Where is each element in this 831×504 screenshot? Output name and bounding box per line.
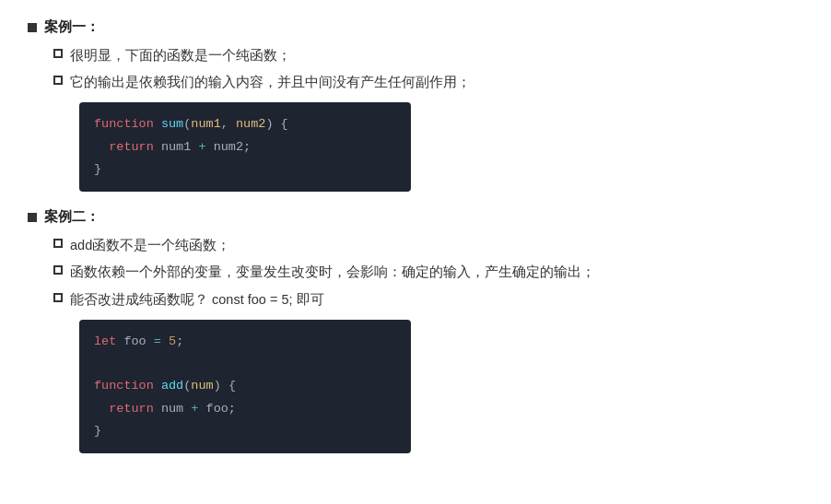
subsection-bullet-icon-3 [53,239,63,248]
code-line-2-3: function add(num) { [94,375,396,397]
case-one-section: 案例一： 很明显，下面的函数是一个纯函数； 它的输出是依赖我们的输入内容，并且中… [28,18,803,192]
case-two-item-3: 能否改进成纯函数呢？ const foo = 5; 即可 [53,289,803,311]
code-line-2-1: let foo = 5; [94,331,396,353]
case-one-item-2-text: 它的输出是依赖我们的输入内容，并且中间没有产生任何副作用； [70,72,471,93]
code-line-1-1: function sum(num1, num2) { [94,113,396,135]
case-two-item-3-text: 能否改进成纯函数呢？ const foo = 5; 即可 [70,289,324,311]
case-two-item-2: 函数依赖一个外部的变量，变量发生改变时，会影响：确定的输入，产生确定的输出； [53,262,803,283]
code-line-2-4: return num + foo; [94,398,396,420]
subsection-bullet-icon-5 [53,293,63,302]
case-two-subsection: add函数不是一个纯函数； 函数依赖一个外部的变量，变量发生改变时，会影响：确定… [53,235,803,453]
case-two-item-1-text: add函数不是一个纯函数； [70,235,230,256]
code-line-1-2: return num1 + num2; [94,136,396,158]
case-two-title-text: 案例二： [44,208,99,226]
code-line-2-2 [94,353,396,375]
case-one-subsection: 很明显，下面的函数是一个纯函数； 它的输出是依赖我们的输入内容，并且中间没有产生… [53,45,803,192]
subsection-bullet-icon-4 [53,265,63,275]
code-line-1-3: } [94,158,396,181]
subsection-bullet-icon-1 [53,49,63,58]
case-two-item-2-text: 函数依赖一个外部的变量，变量发生改变时，会影响：确定的输入，产生确定的输出； [70,262,595,283]
subsection-bullet-icon-2 [53,76,63,85]
case-one-item-1: 很明显，下面的函数是一个纯函数； [53,45,803,66]
code-block-1: function sum(num1, num2) { return num1 +… [79,102,411,192]
code-block-2: let foo = 5; function add(num) { return … [79,320,411,453]
code-line-2-5: } [94,420,396,442]
case-two-title: 案例二： [28,208,803,226]
case-one-item-1-text: 很明显，下面的函数是一个纯函数； [70,45,291,66]
case-two-item-1: add函数不是一个纯函数； [53,235,803,256]
case-two-section: 案例二： add函数不是一个纯函数； 函数依赖一个外部的变量，变量发生改变时，会… [28,208,803,453]
case-one-title: 案例一： [28,18,803,36]
section-bullet-icon [28,23,37,32]
section-bullet-icon-2 [28,213,37,222]
case-one-item-2: 它的输出是依赖我们的输入内容，并且中间没有产生任何副作用； [53,72,803,93]
case-one-title-text: 案例一： [44,18,99,36]
